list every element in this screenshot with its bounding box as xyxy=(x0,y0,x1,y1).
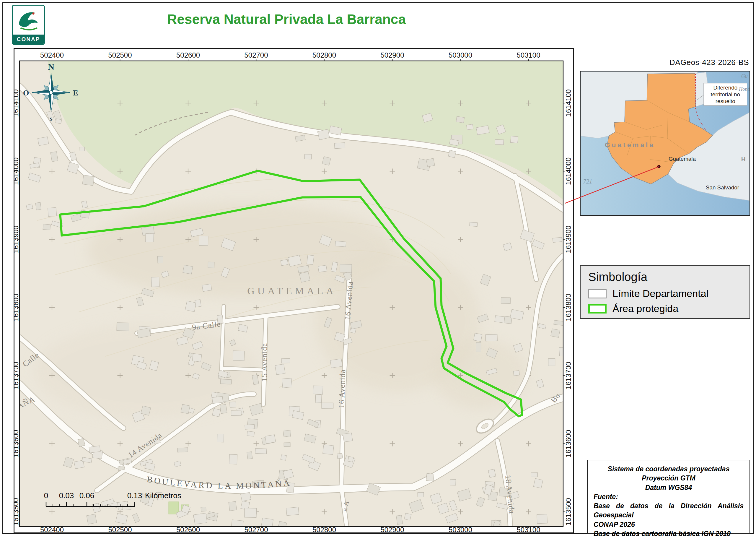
svg-text:0.06: 0.06 xyxy=(79,491,94,500)
svg-text:0.13: 0.13 xyxy=(127,491,142,500)
legend-item-protected: Área protegida xyxy=(588,303,742,315)
city-area-label: GUATEMALA xyxy=(247,285,336,296)
svg-text:502900: 502900 xyxy=(380,51,404,59)
san-salvador-label: San Salvador xyxy=(706,184,739,190)
country-label: Guatemala xyxy=(605,141,655,149)
legend-label-departmental: Límite Departamental xyxy=(613,288,709,299)
ref-number: 721 xyxy=(583,178,592,185)
compass-west-label: O xyxy=(23,89,29,97)
svg-text:502800: 502800 xyxy=(312,51,336,59)
projection-line: Proyección GTM xyxy=(594,474,743,483)
svg-text:1614100: 1614100 xyxy=(14,89,20,117)
callout-line-3: resuelto xyxy=(715,98,735,104)
guatemala-city-label: Guatemala xyxy=(669,156,696,162)
svg-text:503100: 503100 xyxy=(517,51,540,59)
compass-east-label: E xyxy=(73,89,78,97)
svg-text:1613600: 1613600 xyxy=(14,430,20,457)
legend: Simbología Límite Departamental Área pro… xyxy=(580,265,750,319)
map-canvas: GUATEMALA BOULEVARD LA MONTAÑA 9a Calle1… xyxy=(16,61,570,532)
compass-south-label: s xyxy=(50,115,52,122)
sea-label-fragment-2: Hond xyxy=(739,86,749,92)
crs-line: Sistema de coordenadas proyectadas xyxy=(594,464,743,474)
sea-label-fragment-1: Gu xyxy=(741,73,748,79)
legend-title: Simbología xyxy=(588,270,742,284)
leaf-arc xyxy=(21,28,37,30)
protected-area-swatch xyxy=(588,304,607,314)
svg-text:1613700: 1613700 xyxy=(14,362,20,389)
svg-text:502700: 502700 xyxy=(244,51,268,59)
svg-text:1613500: 1613500 xyxy=(14,498,20,525)
datum-line: Datum WGS84 xyxy=(594,483,743,492)
inset-map: Diferendo territorial no resuelto Guatem… xyxy=(580,71,750,216)
svg-text:0.03: 0.03 xyxy=(59,491,74,500)
svg-text:1613800: 1613800 xyxy=(14,294,20,321)
document-code: DAGeos-423-2026-BS xyxy=(670,58,749,67)
reserve-location-dot xyxy=(657,165,661,168)
main-map: 5024005024005025005025005026005026005027… xyxy=(14,48,574,533)
svg-text:502600: 502600 xyxy=(176,51,200,59)
source-label: Fuente: xyxy=(594,492,743,501)
street-label: 16 Avenida xyxy=(337,369,347,408)
compass-center xyxy=(49,91,53,94)
svg-text:1614100: 1614100 xyxy=(564,89,572,117)
svg-text:502400: 502400 xyxy=(40,51,64,59)
svg-text:1613700: 1613700 xyxy=(564,362,572,389)
main-map-frame: 5024005024005025005025005026005026005027… xyxy=(14,48,574,533)
svg-text:502500: 502500 xyxy=(108,51,132,59)
page-title: Reserva Natural Privada La Barranca xyxy=(0,11,573,27)
source-line-3: Base de datos cartografía básica IGN 201… xyxy=(594,529,743,536)
svg-text:0: 0 xyxy=(44,491,48,500)
svg-text:1613500: 1613500 xyxy=(564,498,572,525)
callout-line-1: Diferendo xyxy=(713,84,738,91)
inset-map-canvas: Diferendo territorial no resuelto Guatem… xyxy=(581,72,749,215)
honduras-label-fragment: H o xyxy=(741,156,749,162)
svg-text:1613900: 1613900 xyxy=(14,225,20,253)
departmental-limit-swatch xyxy=(588,289,607,298)
svg-text:1613800: 1613800 xyxy=(564,294,572,321)
svg-text:503000: 503000 xyxy=(449,51,472,59)
street-label: 15 Avenida xyxy=(260,343,269,382)
legend-item-departmental: Límite Departamental xyxy=(588,288,742,299)
conap-logo-text: CONAP xyxy=(13,35,44,44)
source-line-1: Base de datos de la Dirección Análisis G… xyxy=(594,501,743,520)
svg-text:Kilómetros: Kilómetros xyxy=(145,491,181,500)
source-line-2: CONAP 2026 xyxy=(594,520,743,529)
svg-text:1613600: 1613600 xyxy=(564,430,572,457)
svg-text:1613900: 1613900 xyxy=(564,225,572,253)
svg-text:1614000: 1614000 xyxy=(564,157,572,185)
map-info-box: Sistema de coordenadas proyectadas Proye… xyxy=(587,460,750,534)
callout-line-2: territorial no xyxy=(711,91,740,97)
svg-text:1614000: 1614000 xyxy=(14,157,20,185)
legend-label-protected: Área protegida xyxy=(613,303,678,315)
compass-north-label: N xyxy=(48,62,54,72)
